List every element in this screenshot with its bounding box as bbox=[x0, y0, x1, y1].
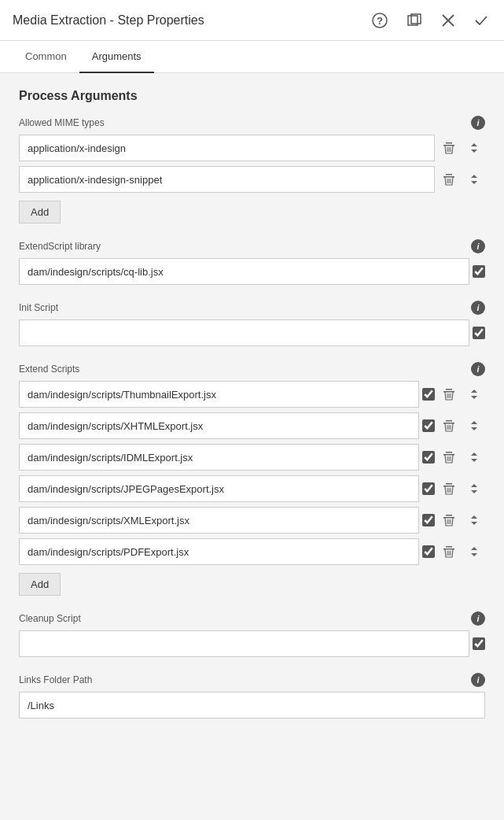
extend-script-checkbox-3[interactable] bbox=[422, 482, 435, 495]
extend-delete-btn-3[interactable] bbox=[438, 479, 460, 498]
mime-info-icon[interactable]: i bbox=[471, 116, 485, 130]
extend-script-checkbox-5[interactable] bbox=[422, 545, 435, 558]
svg-text:?: ? bbox=[377, 15, 383, 27]
extend-sort-btn-0[interactable] bbox=[463, 385, 485, 404]
mime-add-button[interactable]: Add bbox=[19, 201, 61, 223]
extend-script-input-2[interactable] bbox=[19, 444, 419, 471]
sort-icon bbox=[468, 545, 480, 558]
section-title: Process Arguments bbox=[19, 89, 485, 103]
delete-icon bbox=[443, 482, 455, 495]
sort-icon bbox=[468, 482, 480, 495]
mime-delete-btn-0[interactable] bbox=[438, 139, 460, 157]
extendscript-library-input[interactable] bbox=[19, 258, 469, 285]
content-area: Process Arguments Allowed MIME types i bbox=[0, 73, 504, 820]
extend-delete-btn-2[interactable] bbox=[438, 448, 460, 467]
extend-delete-btn-0[interactable] bbox=[438, 385, 460, 404]
close-button[interactable] bbox=[438, 10, 458, 31]
mime-input-0[interactable] bbox=[19, 135, 435, 161]
links-folder-label: Links Folder Path bbox=[19, 674, 92, 685]
extend-script-input-1[interactable] bbox=[19, 412, 419, 439]
svg-rect-7 bbox=[446, 142, 452, 144]
extendscript-library-checkbox[interactable] bbox=[473, 265, 485, 278]
extend-script-row-0 bbox=[19, 381, 485, 408]
mime-row-0 bbox=[19, 135, 485, 161]
extend-script-input-0[interactable] bbox=[19, 381, 419, 408]
cleanup-script-row bbox=[19, 630, 485, 657]
extend-script-row-1 bbox=[19, 412, 485, 439]
svg-rect-12 bbox=[446, 174, 452, 175]
extend-delete-btn-5[interactable] bbox=[438, 542, 460, 561]
extend-scripts-add-button[interactable]: Add bbox=[19, 573, 61, 596]
extend-script-row-2 bbox=[19, 444, 485, 471]
cleanup-script-label: Cleanup Script bbox=[19, 613, 81, 624]
links-folder-input[interactable] bbox=[19, 692, 485, 718]
help-button[interactable]: ? bbox=[369, 9, 391, 31]
links-folder-path-group: Links Folder Path i bbox=[19, 673, 485, 718]
cleanup-script-info-icon[interactable]: i bbox=[471, 611, 485, 626]
extend-scripts-group: Extend Scripts i bbox=[19, 362, 485, 596]
tab-bar: Common Arguments bbox=[0, 41, 504, 73]
mime-input-1[interactable] bbox=[19, 166, 435, 193]
init-script-group: Init Script i bbox=[19, 301, 485, 346]
mime-label-row: Allowed MIME types i bbox=[19, 116, 485, 130]
delete-icon bbox=[443, 419, 455, 432]
extend-script-row-5 bbox=[19, 538, 485, 565]
mime-sort-btn-0[interactable] bbox=[463, 139, 485, 157]
extend-script-checkbox-4[interactable] bbox=[422, 514, 435, 526]
extend-sort-btn-5[interactable] bbox=[463, 542, 485, 561]
extend-script-checkbox-0[interactable] bbox=[422, 388, 435, 401]
extend-script-row-3 bbox=[19, 475, 485, 502]
extend-script-input-5[interactable] bbox=[19, 538, 419, 565]
extend-script-checkbox-2[interactable] bbox=[422, 451, 435, 464]
delete-icon bbox=[443, 545, 455, 558]
sort-icon bbox=[468, 142, 480, 154]
delete-icon bbox=[443, 142, 455, 154]
extend-script-input-3[interactable] bbox=[19, 475, 419, 502]
mime-label: Allowed MIME types bbox=[19, 117, 105, 128]
extend-sort-btn-3[interactable] bbox=[463, 479, 485, 498]
question-icon: ? bbox=[372, 13, 388, 28]
cleanup-script-input[interactable] bbox=[19, 630, 469, 657]
extend-delete-btn-4[interactable] bbox=[438, 511, 460, 530]
extendscript-info-icon[interactable]: i bbox=[471, 239, 485, 253]
svg-rect-42 bbox=[446, 546, 452, 548]
window-title: Media Extraction - Step Properties bbox=[13, 13, 369, 28]
mime-row-1 bbox=[19, 166, 485, 193]
sort-icon bbox=[468, 514, 480, 526]
sort-icon bbox=[468, 388, 480, 401]
svg-rect-32 bbox=[446, 483, 452, 485]
sort-icon bbox=[468, 419, 480, 432]
allowed-mime-group: Allowed MIME types i bbox=[19, 116, 485, 223]
close-icon bbox=[441, 13, 455, 28]
extend-sort-btn-1[interactable] bbox=[463, 416, 485, 435]
extend-script-input-4[interactable] bbox=[19, 507, 419, 534]
extend-sort-btn-4[interactable] bbox=[463, 511, 485, 530]
maximize-icon bbox=[407, 13, 422, 28]
svg-rect-27 bbox=[446, 452, 452, 453]
maximize-button[interactable] bbox=[403, 9, 425, 31]
delete-icon bbox=[443, 514, 455, 526]
cleanup-script-checkbox[interactable] bbox=[473, 637, 485, 650]
extend-script-checkbox-1[interactable] bbox=[422, 419, 435, 432]
confirm-button[interactable] bbox=[471, 10, 491, 31]
init-script-info-icon[interactable]: i bbox=[471, 301, 485, 315]
svg-rect-37 bbox=[446, 515, 452, 516]
init-script-checkbox[interactable] bbox=[473, 327, 485, 339]
links-folder-label-row: Links Folder Path i bbox=[19, 673, 485, 687]
links-folder-info-icon[interactable]: i bbox=[471, 673, 485, 687]
tab-common[interactable]: Common bbox=[13, 41, 79, 73]
delete-icon bbox=[443, 173, 455, 186]
extend-scripts-info-icon[interactable]: i bbox=[471, 362, 485, 376]
cleanup-script-label-row: Cleanup Script i bbox=[19, 611, 485, 626]
extendscript-library-row bbox=[19, 258, 485, 285]
init-script-input[interactable] bbox=[19, 320, 469, 346]
delete-icon bbox=[443, 388, 455, 401]
extend-sort-btn-2[interactable] bbox=[463, 448, 485, 467]
mime-sort-btn-1[interactable] bbox=[463, 170, 485, 189]
tab-arguments[interactable]: Arguments bbox=[79, 41, 154, 73]
main-window: Media Extraction - Step Properties ? bbox=[0, 0, 504, 820]
extend-delete-btn-1[interactable] bbox=[438, 416, 460, 435]
extend-scripts-label-row: Extend Scripts i bbox=[19, 362, 485, 376]
init-script-row bbox=[19, 320, 485, 346]
mime-delete-btn-1[interactable] bbox=[438, 170, 460, 189]
